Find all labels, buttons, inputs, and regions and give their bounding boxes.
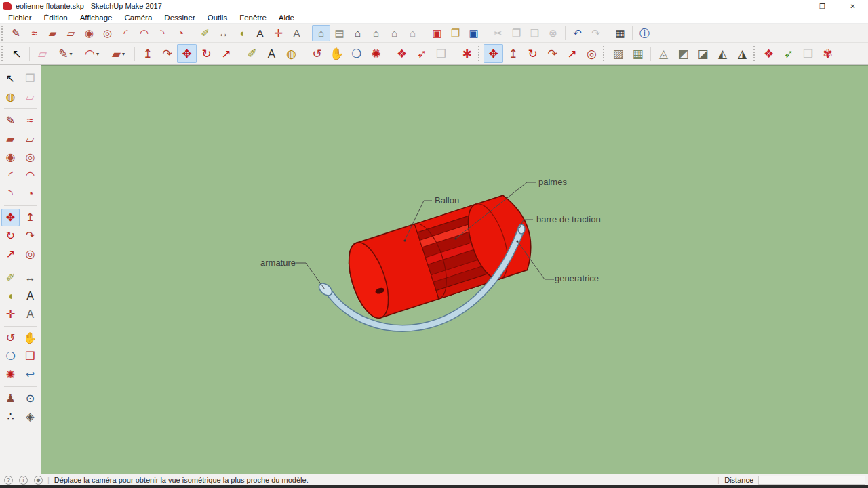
freehand-tool-icon[interactable]: ≈ — [21, 112, 39, 129]
pie-tool-icon[interactable]: ◔ — [21, 185, 39, 203]
paste-button[interactable]: ❑ — [526, 25, 544, 41]
label-barre-de-traction[interactable]: barre de traction — [536, 214, 601, 224]
offset-tool-icon[interactable]: ◎ — [582, 44, 601, 63]
right-view-icon[interactable]: ⌂ — [367, 25, 385, 41]
menu-edition[interactable]: Édition — [38, 14, 74, 22]
text-tool-icon[interactable]: A — [251, 25, 269, 41]
follow-me-tool-icon[interactable]: ↷ — [157, 44, 177, 63]
walk-tool-icon[interactable]: ∴ — [1, 408, 20, 426]
arc-tool-icon[interactable]: ◜ — [117, 25, 135, 41]
arc-tool-icon[interactable]: ◠ — [79, 44, 105, 63]
protractor-tool-icon[interactable]: ◖ — [233, 25, 251, 41]
offset-tool-icon[interactable]: ◎ — [21, 245, 39, 263]
rotated-rectangle-tool-icon[interactable]: ▱ — [62, 25, 80, 41]
rotate-tool-icon[interactable]: ↻ — [1, 227, 20, 245]
print-button[interactable]: ▦ — [611, 25, 629, 41]
left-view-icon[interactable]: ⌂ — [403, 25, 422, 41]
restore-button[interactable]: ❐ — [807, 0, 837, 12]
menu-dessiner[interactable]: Dessiner — [158, 14, 201, 22]
look-around-tool-icon[interactable]: ⊙ — [21, 390, 39, 407]
label-armature[interactable]: armature — [260, 258, 296, 268]
undo-button[interactable]: ↶ — [568, 25, 587, 41]
zoom-window-tool-icon[interactable]: ❒ — [21, 348, 39, 365]
three-point-arc-tool-icon[interactable]: ◝ — [1, 185, 20, 203]
zoom-tool-icon[interactable]: ❍ — [347, 44, 366, 63]
push-pull-tool-icon[interactable]: ↥ — [138, 44, 157, 63]
freehand-tool-icon[interactable]: ≈ — [25, 25, 43, 41]
text-tool-icon[interactable]: A — [262, 44, 281, 63]
circle-tool-icon[interactable]: ◉ — [1, 148, 20, 166]
make-component-icon[interactable]: ❒ — [21, 70, 39, 87]
polygon-tool-icon[interactable]: ◎ — [98, 25, 117, 41]
text-tool-icon[interactable]: A — [21, 287, 39, 305]
flip-edge-tool-icon[interactable]: ◮ — [732, 44, 752, 63]
eraser-tool-icon[interactable]: ▱ — [21, 88, 39, 106]
follow-me-tool-icon[interactable]: ↷ — [21, 227, 39, 245]
label-ballon[interactable]: Ballon — [435, 195, 459, 205]
tape-measure-tool-icon[interactable]: ✐ — [196, 25, 214, 41]
move-tool-icon[interactable]: ✥ — [1, 209, 20, 226]
share-component-button[interactable]: ❒ — [798, 44, 818, 63]
model-canvas[interactable] — [41, 66, 868, 474]
arc-tool-icon[interactable]: ◜ — [1, 167, 20, 184]
move-tool-icon[interactable]: ✥ — [177, 44, 197, 63]
stamp-tool-icon[interactable]: ◩ — [673, 44, 693, 63]
close-button[interactable]: ✕ — [837, 0, 868, 12]
polygon-tool-icon[interactable]: ◎ — [21, 148, 39, 166]
from-scratch-tool-icon[interactable]: ▦ — [628, 44, 648, 63]
open-button[interactable]: ❐ — [446, 25, 465, 41]
get-models-button[interactable]: ❖ — [392, 44, 412, 63]
select-tool-icon[interactable]: ↖ — [7, 44, 26, 63]
menu-outils[interactable]: Outils — [201, 14, 233, 22]
label-palmes[interactable]: palmes — [538, 177, 567, 187]
model-info-button[interactable]: ⓘ — [635, 25, 654, 41]
rotate-tool-icon[interactable]: ↻ — [197, 44, 216, 63]
cut-button[interactable]: ✂ — [489, 25, 507, 41]
user-icon[interactable]: ☻ — [34, 476, 43, 485]
line-tool-icon[interactable]: ✎ — [1, 112, 20, 129]
previous-view-icon[interactable]: ↩ — [21, 366, 39, 384]
zoom-tool-icon[interactable]: ❍ — [1, 348, 20, 365]
menu-camera[interactable]: Caméra — [118, 14, 158, 22]
tape-measure-tool-icon[interactable]: ✐ — [1, 269, 20, 287]
drape-tool-icon[interactable]: ◪ — [693, 44, 713, 63]
line-tool-icon[interactable]: ✎ — [52, 44, 79, 63]
info-icon[interactable]: i — [19, 476, 28, 485]
position-camera-tool-icon[interactable]: ♟ — [1, 390, 20, 407]
paint-bucket-tool-icon[interactable]: ◍ — [1, 88, 20, 106]
dimension-tool-icon[interactable]: ↔ — [214, 25, 233, 41]
menu-fenetre[interactable]: Fenêtre — [233, 14, 273, 22]
copy-button[interactable]: ❐ — [507, 25, 526, 41]
paint-bucket-tool-icon[interactable]: ◍ — [281, 44, 301, 63]
tape-measure-tool-icon[interactable]: ✐ — [242, 44, 262, 63]
share-model-button[interactable]: ➶ — [778, 44, 798, 63]
new-button[interactable]: ▣ — [428, 25, 446, 41]
back-view-icon[interactable]: ⌂ — [385, 25, 403, 41]
redo-button[interactable]: ↷ — [587, 25, 605, 41]
rectangle-tool-icon[interactable]: ▰ — [1, 130, 20, 148]
line-tool-icon[interactable]: ✎ — [7, 25, 25, 41]
three-point-arc-tool-icon[interactable]: ◝ — [153, 25, 172, 41]
extension-warehouse-button[interactable]: ✾ — [818, 44, 837, 63]
minimize-button[interactable]: – — [776, 0, 807, 12]
add-detail-tool-icon[interactable]: ◭ — [713, 44, 732, 63]
axes-tool-icon[interactable]: ✛ — [269, 25, 288, 41]
save-button[interactable]: ▣ — [465, 25, 483, 41]
two-point-arc-tool-icon[interactable]: ◠ — [21, 167, 39, 184]
two-point-arc-tool-icon[interactable]: ◠ — [135, 25, 153, 41]
extension-warehouse-button[interactable]: ✱ — [457, 44, 477, 63]
delete-button[interactable]: ⊗ — [544, 25, 562, 41]
push-pull-tool-icon[interactable]: ↥ — [21, 209, 39, 226]
zoom-extents-icon[interactable]: ✺ — [1, 366, 20, 384]
model-viewport[interactable]: palmes Ballon barre de traction generatr… — [41, 65, 868, 474]
protractor-tool-icon[interactable]: ◖ — [1, 287, 20, 305]
front-view-icon[interactable]: ⌂ — [349, 25, 367, 41]
scale-tool-icon[interactable]: ↗ — [216, 44, 236, 63]
from-contours-tool-icon[interactable]: ▨ — [608, 44, 628, 63]
menu-affichage[interactable]: Affichage — [74, 14, 119, 22]
send-to-layout-button[interactable]: ❒ — [431, 44, 451, 63]
rotate-tool-icon[interactable]: ↻ — [523, 44, 542, 63]
scale-tool-icon[interactable]: ↗ — [562, 44, 582, 63]
smoove-tool-icon[interactable]: ◬ — [654, 44, 673, 63]
measurement-box[interactable] — [758, 476, 865, 485]
